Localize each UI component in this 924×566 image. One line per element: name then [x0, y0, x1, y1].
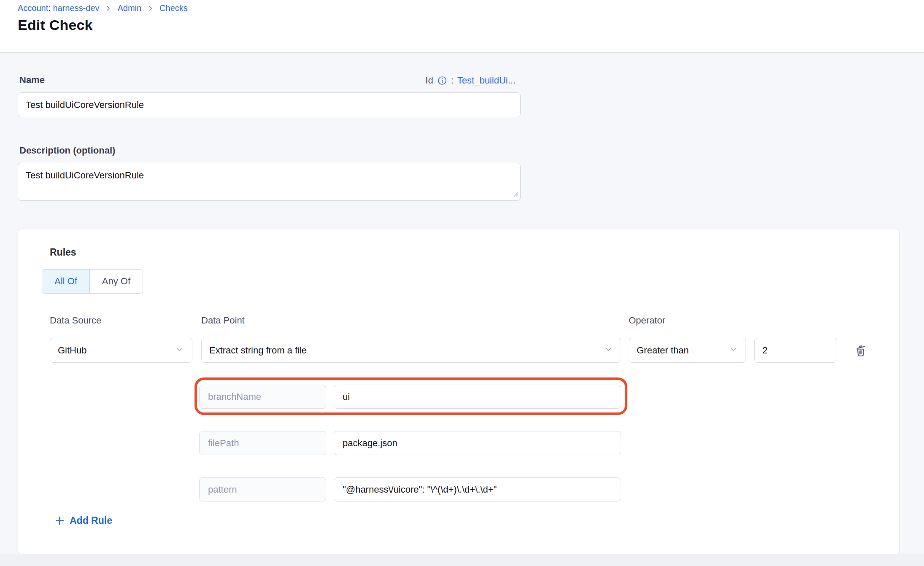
- param-value-branchname[interactable]: [334, 385, 621, 409]
- rules-label: Rules: [50, 247, 76, 258]
- edit-check-page: Account: harness-dev Admin Checks Edit C…: [0, 0, 924, 566]
- param-key-filepath: [199, 431, 326, 455]
- name-label: Name: [19, 75, 45, 86]
- entity-id-row: Id : Test_buildUi...: [425, 75, 516, 86]
- param-value-filepath[interactable]: [334, 431, 621, 455]
- all-of-button[interactable]: All Of: [42, 270, 89, 293]
- breadcrumb-link-checks[interactable]: Checks: [159, 3, 188, 13]
- info-icon[interactable]: [437, 75, 447, 86]
- operator-value: Greater than: [637, 345, 689, 356]
- breadcrumb-link-account[interactable]: Account: harness-dev: [18, 3, 99, 13]
- chevron-down-icon: [175, 345, 184, 356]
- trash-icon: [854, 343, 868, 357]
- add-rule-button[interactable]: Add Rule: [54, 515, 112, 526]
- operator-value-input[interactable]: [754, 338, 837, 363]
- description-textarea[interactable]: Test buildUiCoreVersionRule: [18, 163, 521, 201]
- chevron-right-icon: [105, 5, 112, 12]
- page-title: Edit Check: [18, 17, 93, 33]
- id-label: Id: [425, 75, 433, 86]
- description-label: Description (optional): [19, 145, 115, 156]
- operator-label: Operator: [629, 315, 665, 326]
- chevron-down-icon: [604, 345, 613, 356]
- param-key-pattern: [199, 477, 326, 501]
- param-key-branchname: [199, 385, 326, 409]
- data-source-label: Data Source: [50, 315, 101, 326]
- resize-grip-icon[interactable]: [511, 190, 519, 199]
- data-point-value: Extract string from a file: [209, 345, 307, 356]
- param-value-pattern[interactable]: [334, 477, 621, 501]
- any-of-button[interactable]: Any Of: [89, 270, 143, 293]
- id-separator: :: [451, 75, 454, 86]
- id-value-link[interactable]: Test_buildUi...: [457, 75, 516, 86]
- data-point-select[interactable]: Extract string from a file: [201, 338, 621, 363]
- rule-match-toggle: All Of Any Of: [42, 269, 143, 294]
- plus-icon: [54, 515, 65, 526]
- data-point-label: Data Point: [201, 315, 245, 326]
- chevron-down-icon: [729, 345, 738, 356]
- name-input[interactable]: [18, 92, 521, 117]
- page-bottom-strip: [0, 554, 924, 566]
- delete-rule-button[interactable]: [850, 340, 871, 361]
- description-field: Test buildUiCoreVersionRule: [18, 163, 521, 201]
- breadcrumb: Account: harness-dev Admin Checks: [18, 3, 188, 13]
- chevron-right-icon: [147, 5, 154, 12]
- breadcrumb-link-admin[interactable]: Admin: [117, 3, 141, 13]
- data-source-select[interactable]: GitHub: [50, 338, 192, 363]
- add-rule-label: Add Rule: [70, 515, 112, 526]
- rules-card: Rules All Of Any Of Data Source Data Poi…: [18, 229, 900, 555]
- page-header: Account: harness-dev Admin Checks Edit C…: [0, 0, 924, 53]
- data-source-value: GitHub: [58, 345, 86, 356]
- operator-select[interactable]: Greater than: [629, 338, 746, 363]
